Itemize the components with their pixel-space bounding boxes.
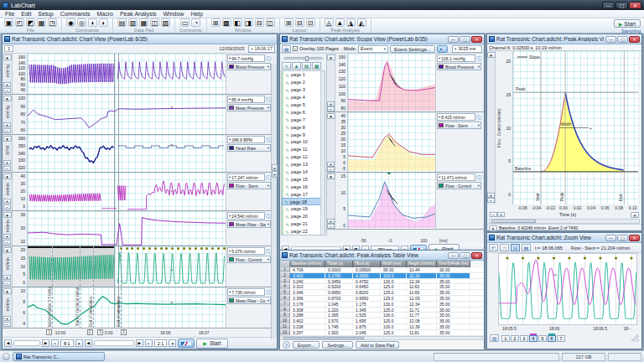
scale-plus-button[interactable]: + bbox=[3, 316, 11, 321]
zoom-window-title-bar[interactable]: Rat Transonic Chart.adicht: Zoom View — … bbox=[487, 233, 641, 243]
scale-minus-button[interactable]: − bbox=[327, 224, 335, 229]
pages-grid-button[interactable]: ▦ bbox=[312, 62, 321, 70]
scale-plus-button[interactable]: + bbox=[3, 160, 11, 165]
table-row[interactable]: 103.4021.5701.695125.012.0835.00 bbox=[280, 318, 484, 324]
scope-pages-button[interactable]: ▤ bbox=[282, 45, 291, 53]
scope-page-item[interactable]: ∿page 20 bbox=[282, 213, 325, 220]
channel-list-icon[interactable]: ▥ bbox=[490, 334, 499, 342]
table-row[interactable]: 123.2971.9202.045125.011.8135.00 bbox=[280, 330, 484, 336]
plot-value-select[interactable]: ▾8.415 ml/min bbox=[437, 113, 475, 121]
open-file-icon[interactable]: ◰ bbox=[15, 18, 24, 27]
expand-left-button[interactable]: ▴ bbox=[75, 339, 83, 347]
pages-wave-button[interactable]: ∿ bbox=[282, 62, 291, 70]
maximize-button[interactable]: ▢ bbox=[460, 252, 470, 259]
channel-menu-button[interactable]: ▾ bbox=[3, 54, 12, 60]
new-file-icon[interactable]: ▣ bbox=[4, 18, 13, 27]
pages-sort-button[interactable]: ▲ bbox=[292, 62, 301, 70]
table-column-header[interactable]: Width (ms) bbox=[381, 261, 407, 267]
scope-image-button[interactable] bbox=[437, 45, 448, 53]
sweep-time-select[interactable]: ▾3025 ms bbox=[452, 45, 482, 53]
table-window-title-bar[interactable]: Rat Transonic Chart.adicht: Peak Analysi… bbox=[280, 251, 484, 261]
scale-minus-button[interactable]: − bbox=[327, 167, 335, 172]
channel-menu-button[interactable]: ▾ bbox=[3, 173, 12, 179]
xy-window-icon[interactable]: ◨ bbox=[244, 18, 253, 27]
mode-select[interactable]: Event▾ bbox=[358, 45, 388, 53]
minimize-button[interactable]: — bbox=[448, 252, 459, 259]
zoom-plot[interactable]: × bbox=[498, 253, 637, 325]
close-button[interactable]: ✕ bbox=[471, 36, 482, 43]
scope-page-item[interactable]: ∿page 5 bbox=[282, 101, 325, 109]
settings-button[interactable]: Settings... bbox=[322, 341, 352, 349]
menu-help[interactable]: Help bbox=[187, 11, 205, 17]
shrink-x-button[interactable]: − bbox=[490, 212, 497, 217]
chart-start-button[interactable]: ▶Start bbox=[196, 339, 227, 349]
scroll-left-icon[interactable]: ◀ bbox=[4, 339, 12, 347]
undo-zoom-icon[interactable]: ↶ bbox=[489, 244, 498, 251]
plot-menu-button[interactable]: ▾ bbox=[327, 113, 335, 119]
plot-name-select[interactable]: Flow - Stent▾ bbox=[437, 122, 481, 129]
table-row[interactable]: 23.4220.17500.2900120.012.1035.00 bbox=[280, 273, 484, 279]
comment-flag[interactable]: 1 bbox=[46, 329, 52, 335]
zoom-channel-button-7[interactable]: 7 bbox=[557, 335, 565, 342]
cascade-icon[interactable]: ⊡ bbox=[306, 18, 315, 27]
channel-menu-button[interactable]: ▾ bbox=[3, 288, 12, 294]
expand-right-button[interactable]: ▴ bbox=[169, 339, 176, 347]
scale-minus-button[interactable]: − bbox=[3, 166, 11, 171]
channel-plot[interactable]: × bbox=[28, 173, 226, 210]
chart-vertical-scrollbar[interactable]: ▲ ▼ bbox=[271, 64, 277, 339]
comment-flag[interactable]: 3 bbox=[97, 329, 103, 335]
channel-value-select[interactable]: ▾348.8 BPM bbox=[227, 136, 265, 143]
save-file-icon[interactable]: ◩ bbox=[26, 18, 35, 27]
peak-refresh-icon[interactable]: ◭ bbox=[357, 18, 366, 27]
table-row[interactable]: 93.2881.3951.525130.011.7735.00 bbox=[280, 313, 484, 318]
app-close-button[interactable]: ✕ bbox=[629, 2, 641, 9]
channel-menu-button[interactable]: ▾ bbox=[3, 247, 12, 253]
channel-name-select[interactable]: Mean Pressure▾ bbox=[227, 104, 271, 111]
zoom-channel-button-5[interactable]: 5 bbox=[538, 335, 547, 342]
scope-page-item[interactable]: ∿page 22 bbox=[282, 228, 325, 235]
channel-value-select[interactable]: ▾94.7 mmHg bbox=[227, 54, 265, 62]
close-button[interactable]: ✕ bbox=[471, 252, 482, 259]
table-row[interactable]: 53.3460.69500.8200125.011.6935.00 bbox=[280, 290, 484, 296]
menu-macro[interactable]: Macro bbox=[93, 11, 116, 17]
chart-time-select[interactable]: ▾18:06.17 bbox=[248, 45, 275, 53]
channel-plot[interactable]: × bbox=[28, 246, 226, 287]
chart-window-icon[interactable]: ⊞ bbox=[211, 18, 221, 27]
scope-plot[interactable] bbox=[348, 54, 435, 111]
zoom-window-icon[interactable]: ▩ bbox=[222, 18, 231, 27]
channel-menu-button[interactable]: ▾ bbox=[3, 212, 12, 218]
table-h-scrollbar[interactable] bbox=[281, 336, 483, 340]
scope-page-item[interactable]: ∿page 19 bbox=[282, 205, 325, 213]
table-column-header[interactable]: Height (ml/min) bbox=[407, 261, 437, 267]
scale-minus-button[interactable]: − bbox=[3, 88, 11, 93]
plot-value-select[interactable]: ▾106.1 mmHg bbox=[437, 54, 475, 62]
channel-plot[interactable] bbox=[28, 211, 226, 246]
table-column-header[interactable]: Baseline (ml/min) bbox=[290, 261, 325, 267]
table-row[interactable]: 83.3081.2201.345125.011.7135.00 bbox=[280, 308, 484, 313]
table-column-header[interactable]: TimeToPeak (ms) bbox=[437, 261, 470, 267]
peak-plot[interactable]: +PeakWidthBaselineStartPeakEndSlope bbox=[513, 51, 638, 204]
minimize-button[interactable]: — bbox=[448, 36, 459, 43]
left-scrollbar[interactable] bbox=[13, 340, 40, 346]
left-ratio[interactable]: 8:1 bbox=[60, 339, 74, 347]
datapad-view-icon[interactable]: ▤ bbox=[117, 18, 127, 27]
scroll-right-icon[interactable]: ▶ bbox=[42, 339, 49, 347]
tile-horizontal-icon[interactable]: ⊞ bbox=[284, 18, 293, 27]
scroll-right2-icon[interactable]: ▶ bbox=[136, 339, 143, 347]
scroll-down-icon[interactable]: ▼ bbox=[272, 171, 278, 178]
table-row[interactable]: 113.2381.7451.875130.012.3935.00 bbox=[280, 324, 484, 330]
channel-name-select[interactable]: Flow - Control▾ bbox=[227, 256, 271, 263]
scope-page-item[interactable]: ∿page 2 bbox=[282, 79, 325, 86]
scope-window-title-bar[interactable]: Rat Transonic Chart.adicht: Scope View (… bbox=[280, 34, 484, 44]
zoom-channel-button-4[interactable]: 4 bbox=[529, 335, 538, 342]
channel-plot[interactable]: × bbox=[28, 135, 226, 172]
scope-plot[interactable] bbox=[348, 173, 435, 229]
chart-thumbnail-button[interactable] bbox=[178, 339, 195, 348]
copy-window-icon[interactable]: ◫ bbox=[266, 18, 275, 27]
table-column-header[interactable]: TEnd (s) bbox=[353, 261, 381, 267]
pages-scrollbar[interactable] bbox=[320, 71, 325, 235]
scope-page-item[interactable]: ∿page 11 bbox=[282, 146, 325, 153]
comment-flag[interactable]: 2 bbox=[87, 329, 93, 335]
channel-value-select[interactable]: ▾5.076 ml/min bbox=[227, 247, 265, 255]
datapad-add-icon[interactable]: ▥ bbox=[128, 18, 138, 27]
